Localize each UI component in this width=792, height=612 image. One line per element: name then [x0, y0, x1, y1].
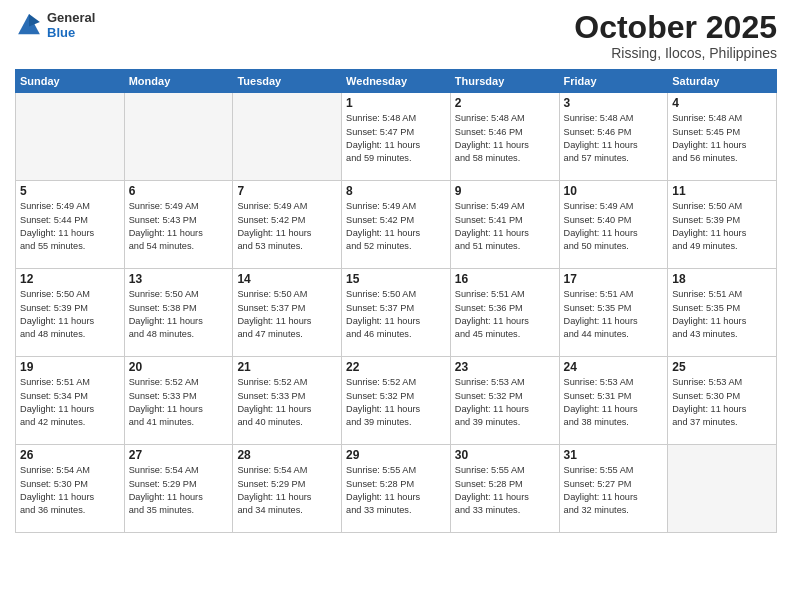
day-number: 28: [237, 448, 337, 462]
day-number: 30: [455, 448, 555, 462]
day-number: 13: [129, 272, 229, 286]
calendar-cell: 11Sunrise: 5:50 AM Sunset: 5:39 PM Dayli…: [668, 181, 777, 269]
calendar-cell: 21Sunrise: 5:52 AM Sunset: 5:33 PM Dayli…: [233, 357, 342, 445]
day-number: 5: [20, 184, 120, 198]
logo-general-text: General: [47, 10, 95, 25]
day-info: Sunrise: 5:49 AM Sunset: 5:43 PM Dayligh…: [129, 200, 229, 253]
calendar-cell: 28Sunrise: 5:54 AM Sunset: 5:29 PM Dayli…: [233, 445, 342, 533]
day-number: 12: [20, 272, 120, 286]
calendar-cell: 6Sunrise: 5:49 AM Sunset: 5:43 PM Daylig…: [124, 181, 233, 269]
weekday-thursday: Thursday: [450, 70, 559, 93]
calendar-cell: 16Sunrise: 5:51 AM Sunset: 5:36 PM Dayli…: [450, 269, 559, 357]
calendar-cell: 9Sunrise: 5:49 AM Sunset: 5:41 PM Daylig…: [450, 181, 559, 269]
day-info: Sunrise: 5:49 AM Sunset: 5:40 PM Dayligh…: [564, 200, 664, 253]
day-info: Sunrise: 5:49 AM Sunset: 5:41 PM Dayligh…: [455, 200, 555, 253]
day-number: 22: [346, 360, 446, 374]
day-info: Sunrise: 5:55 AM Sunset: 5:28 PM Dayligh…: [346, 464, 446, 517]
calendar: SundayMondayTuesdayWednesdayThursdayFrid…: [15, 69, 777, 533]
day-info: Sunrise: 5:53 AM Sunset: 5:30 PM Dayligh…: [672, 376, 772, 429]
calendar-cell: 4Sunrise: 5:48 AM Sunset: 5:45 PM Daylig…: [668, 93, 777, 181]
day-number: 14: [237, 272, 337, 286]
weekday-monday: Monday: [124, 70, 233, 93]
calendar-cell: 30Sunrise: 5:55 AM Sunset: 5:28 PM Dayli…: [450, 445, 559, 533]
calendar-cell: 15Sunrise: 5:50 AM Sunset: 5:37 PM Dayli…: [342, 269, 451, 357]
day-info: Sunrise: 5:54 AM Sunset: 5:29 PM Dayligh…: [129, 464, 229, 517]
logo-icon: [15, 11, 43, 39]
logo: General Blue: [15, 10, 95, 40]
day-number: 15: [346, 272, 446, 286]
calendar-cell: 18Sunrise: 5:51 AM Sunset: 5:35 PM Dayli…: [668, 269, 777, 357]
title-block: October 2025 Rissing, Ilocos, Philippine…: [574, 10, 777, 61]
day-info: Sunrise: 5:50 AM Sunset: 5:38 PM Dayligh…: [129, 288, 229, 341]
day-number: 11: [672, 184, 772, 198]
day-number: 31: [564, 448, 664, 462]
calendar-cell: 2Sunrise: 5:48 AM Sunset: 5:46 PM Daylig…: [450, 93, 559, 181]
calendar-cell: 23Sunrise: 5:53 AM Sunset: 5:32 PM Dayli…: [450, 357, 559, 445]
month-title: October 2025: [574, 10, 777, 45]
day-info: Sunrise: 5:48 AM Sunset: 5:47 PM Dayligh…: [346, 112, 446, 165]
day-info: Sunrise: 5:52 AM Sunset: 5:32 PM Dayligh…: [346, 376, 446, 429]
calendar-cell: 24Sunrise: 5:53 AM Sunset: 5:31 PM Dayli…: [559, 357, 668, 445]
day-info: Sunrise: 5:54 AM Sunset: 5:30 PM Dayligh…: [20, 464, 120, 517]
day-info: Sunrise: 5:49 AM Sunset: 5:42 PM Dayligh…: [346, 200, 446, 253]
location: Rissing, Ilocos, Philippines: [574, 45, 777, 61]
calendar-cell: 19Sunrise: 5:51 AM Sunset: 5:34 PM Dayli…: [16, 357, 125, 445]
day-info: Sunrise: 5:50 AM Sunset: 5:39 PM Dayligh…: [20, 288, 120, 341]
week-row-0: 1Sunrise: 5:48 AM Sunset: 5:47 PM Daylig…: [16, 93, 777, 181]
weekday-saturday: Saturday: [668, 70, 777, 93]
day-info: Sunrise: 5:48 AM Sunset: 5:45 PM Dayligh…: [672, 112, 772, 165]
day-info: Sunrise: 5:52 AM Sunset: 5:33 PM Dayligh…: [237, 376, 337, 429]
day-number: 18: [672, 272, 772, 286]
day-info: Sunrise: 5:48 AM Sunset: 5:46 PM Dayligh…: [564, 112, 664, 165]
day-info: Sunrise: 5:48 AM Sunset: 5:46 PM Dayligh…: [455, 112, 555, 165]
day-info: Sunrise: 5:49 AM Sunset: 5:42 PM Dayligh…: [237, 200, 337, 253]
weekday-sunday: Sunday: [16, 70, 125, 93]
day-info: Sunrise: 5:52 AM Sunset: 5:33 PM Dayligh…: [129, 376, 229, 429]
day-info: Sunrise: 5:55 AM Sunset: 5:28 PM Dayligh…: [455, 464, 555, 517]
day-number: 17: [564, 272, 664, 286]
calendar-cell: 13Sunrise: 5:50 AM Sunset: 5:38 PM Dayli…: [124, 269, 233, 357]
week-row-3: 19Sunrise: 5:51 AM Sunset: 5:34 PM Dayli…: [16, 357, 777, 445]
day-number: 23: [455, 360, 555, 374]
day-info: Sunrise: 5:50 AM Sunset: 5:37 PM Dayligh…: [237, 288, 337, 341]
calendar-cell: 5Sunrise: 5:49 AM Sunset: 5:44 PM Daylig…: [16, 181, 125, 269]
day-info: Sunrise: 5:55 AM Sunset: 5:27 PM Dayligh…: [564, 464, 664, 517]
day-number: 24: [564, 360, 664, 374]
weekday-friday: Friday: [559, 70, 668, 93]
calendar-cell: 25Sunrise: 5:53 AM Sunset: 5:30 PM Dayli…: [668, 357, 777, 445]
day-number: 7: [237, 184, 337, 198]
calendar-cell: 10Sunrise: 5:49 AM Sunset: 5:40 PM Dayli…: [559, 181, 668, 269]
day-number: 19: [20, 360, 120, 374]
day-number: 21: [237, 360, 337, 374]
calendar-cell: [124, 93, 233, 181]
day-number: 10: [564, 184, 664, 198]
day-info: Sunrise: 5:51 AM Sunset: 5:36 PM Dayligh…: [455, 288, 555, 341]
calendar-cell: 20Sunrise: 5:52 AM Sunset: 5:33 PM Dayli…: [124, 357, 233, 445]
day-info: Sunrise: 5:54 AM Sunset: 5:29 PM Dayligh…: [237, 464, 337, 517]
day-number: 8: [346, 184, 446, 198]
day-info: Sunrise: 5:51 AM Sunset: 5:35 PM Dayligh…: [564, 288, 664, 341]
day-number: 26: [20, 448, 120, 462]
calendar-cell: 8Sunrise: 5:49 AM Sunset: 5:42 PM Daylig…: [342, 181, 451, 269]
day-number: 25: [672, 360, 772, 374]
calendar-cell: 7Sunrise: 5:49 AM Sunset: 5:42 PM Daylig…: [233, 181, 342, 269]
calendar-cell: 12Sunrise: 5:50 AM Sunset: 5:39 PM Dayli…: [16, 269, 125, 357]
day-info: Sunrise: 5:50 AM Sunset: 5:39 PM Dayligh…: [672, 200, 772, 253]
calendar-cell: 27Sunrise: 5:54 AM Sunset: 5:29 PM Dayli…: [124, 445, 233, 533]
calendar-cell: 14Sunrise: 5:50 AM Sunset: 5:37 PM Dayli…: [233, 269, 342, 357]
day-info: Sunrise: 5:53 AM Sunset: 5:32 PM Dayligh…: [455, 376, 555, 429]
day-number: 9: [455, 184, 555, 198]
calendar-cell: 3Sunrise: 5:48 AM Sunset: 5:46 PM Daylig…: [559, 93, 668, 181]
day-number: 4: [672, 96, 772, 110]
day-info: Sunrise: 5:49 AM Sunset: 5:44 PM Dayligh…: [20, 200, 120, 253]
calendar-cell: 17Sunrise: 5:51 AM Sunset: 5:35 PM Dayli…: [559, 269, 668, 357]
day-number: 20: [129, 360, 229, 374]
day-info: Sunrise: 5:50 AM Sunset: 5:37 PM Dayligh…: [346, 288, 446, 341]
day-info: Sunrise: 5:51 AM Sunset: 5:35 PM Dayligh…: [672, 288, 772, 341]
day-number: 3: [564, 96, 664, 110]
logo-blue-text: Blue: [47, 25, 95, 40]
day-info: Sunrise: 5:53 AM Sunset: 5:31 PM Dayligh…: [564, 376, 664, 429]
day-number: 6: [129, 184, 229, 198]
calendar-cell: [16, 93, 125, 181]
calendar-cell: 22Sunrise: 5:52 AM Sunset: 5:32 PM Dayli…: [342, 357, 451, 445]
